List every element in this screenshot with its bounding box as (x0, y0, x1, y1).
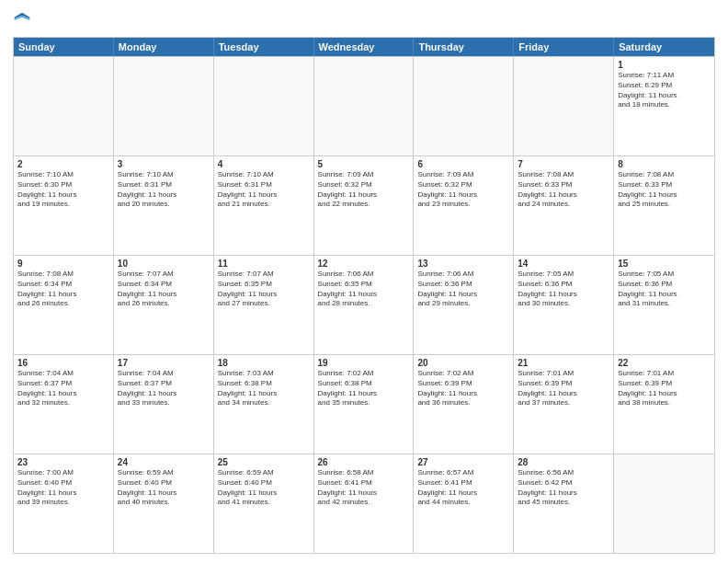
day-number: 8 (618, 159, 711, 169)
day-number: 18 (218, 358, 310, 368)
day-number: 19 (318, 358, 410, 368)
cal-cell-r1c2: 4Sunrise: 7:10 AM Sunset: 6:31 PM Daylig… (214, 156, 314, 255)
cal-cell-r1c6: 8Sunrise: 7:08 AM Sunset: 6:33 PM Daylig… (614, 156, 714, 255)
cal-header-tuesday: Tuesday (214, 38, 314, 56)
cal-cell-r3c3: 19Sunrise: 7:02 AM Sunset: 6:38 PM Dayli… (314, 355, 415, 454)
day-info: Sunrise: 6:59 AM Sunset: 6:40 PM Dayligh… (218, 468, 310, 508)
day-number: 3 (118, 159, 210, 169)
cal-cell-r2c6: 15Sunrise: 7:05 AM Sunset: 6:36 PM Dayli… (614, 256, 714, 354)
day-info: Sunrise: 7:00 AM Sunset: 6:40 PM Dayligh… (17, 468, 109, 508)
cal-cell-r3c2: 18Sunrise: 7:03 AM Sunset: 6:38 PM Dayli… (214, 355, 314, 454)
cal-cell-r3c4: 20Sunrise: 7:02 AM Sunset: 6:39 PM Dayli… (414, 355, 514, 454)
header (13, 9, 715, 29)
cal-row-3: 16Sunrise: 7:04 AM Sunset: 6:37 PM Dayli… (14, 354, 714, 454)
cal-cell-r1c5: 7Sunrise: 7:08 AM Sunset: 6:33 PM Daylig… (514, 156, 614, 255)
day-info: Sunrise: 7:08 AM Sunset: 6:34 PM Dayligh… (17, 270, 109, 309)
cal-header-wednesday: Wednesday (314, 38, 415, 56)
day-number: 13 (417, 259, 509, 269)
day-info: Sunrise: 7:07 AM Sunset: 6:35 PM Dayligh… (218, 270, 310, 309)
day-number: 10 (118, 259, 210, 269)
cal-cell-r0c0 (14, 57, 114, 155)
cal-cell-r4c1: 24Sunrise: 6:59 AM Sunset: 6:40 PM Dayli… (114, 454, 214, 553)
day-info: Sunrise: 7:06 AM Sunset: 6:35 PM Dayligh… (318, 270, 410, 309)
day-number: 17 (118, 358, 210, 368)
day-number: 5 (318, 159, 410, 169)
day-number: 11 (218, 259, 310, 269)
day-number: 27 (417, 457, 509, 467)
day-info: Sunrise: 7:06 AM Sunset: 6:36 PM Dayligh… (417, 270, 509, 309)
day-info: Sunrise: 7:08 AM Sunset: 6:33 PM Dayligh… (518, 170, 609, 210)
cal-cell-r0c5 (514, 57, 614, 155)
day-info: Sunrise: 7:07 AM Sunset: 6:34 PM Dayligh… (118, 270, 210, 309)
day-number: 12 (318, 259, 410, 269)
day-info: Sunrise: 7:04 AM Sunset: 6:37 PM Dayligh… (118, 369, 210, 408)
calendar: SundayMondayTuesdayWednesdayThursdayFrid… (13, 37, 715, 554)
day-number: 7 (518, 159, 609, 169)
cal-cell-r2c0: 9Sunrise: 7:08 AM Sunset: 6:34 PM Daylig… (14, 256, 114, 354)
day-info: Sunrise: 6:57 AM Sunset: 6:41 PM Dayligh… (417, 468, 509, 508)
day-number: 26 (318, 457, 410, 467)
cal-header-sunday: Sunday (14, 38, 114, 56)
day-number: 25 (218, 457, 310, 467)
cal-header-monday: Monday (114, 38, 214, 56)
cal-cell-r3c0: 16Sunrise: 7:04 AM Sunset: 6:37 PM Dayli… (14, 355, 114, 454)
day-number: 14 (518, 259, 609, 269)
cal-cell-r0c3 (314, 57, 415, 155)
cal-cell-r2c3: 12Sunrise: 7:06 AM Sunset: 6:35 PM Dayli… (314, 256, 415, 354)
day-number: 24 (118, 457, 210, 467)
day-info: Sunrise: 7:09 AM Sunset: 6:32 PM Dayligh… (417, 170, 509, 210)
day-info: Sunrise: 7:05 AM Sunset: 6:36 PM Dayligh… (518, 270, 609, 309)
calendar-header-row: SundayMondayTuesdayWednesdayThursdayFrid… (14, 38, 714, 56)
cal-cell-r0c2 (214, 57, 314, 155)
cal-cell-r1c4: 6Sunrise: 7:09 AM Sunset: 6:32 PM Daylig… (414, 156, 514, 255)
cal-cell-r1c0: 2Sunrise: 7:10 AM Sunset: 6:30 PM Daylig… (14, 156, 114, 255)
day-number: 4 (218, 159, 310, 169)
cal-cell-r2c5: 14Sunrise: 7:05 AM Sunset: 6:36 PM Dayli… (514, 256, 614, 354)
cal-cell-r1c1: 3Sunrise: 7:10 AM Sunset: 6:31 PM Daylig… (114, 156, 214, 255)
day-info: Sunrise: 7:09 AM Sunset: 6:32 PM Dayligh… (318, 170, 410, 210)
cal-cell-r3c5: 21Sunrise: 7:01 AM Sunset: 6:39 PM Dayli… (514, 355, 614, 454)
page: SundayMondayTuesdayWednesdayThursdayFrid… (0, 0, 728, 563)
day-info: Sunrise: 7:04 AM Sunset: 6:37 PM Dayligh… (17, 369, 109, 408)
cal-cell-r2c4: 13Sunrise: 7:06 AM Sunset: 6:36 PM Dayli… (414, 256, 514, 354)
cal-cell-r3c1: 17Sunrise: 7:04 AM Sunset: 6:37 PM Dayli… (114, 355, 214, 454)
day-info: Sunrise: 7:02 AM Sunset: 6:39 PM Dayligh… (417, 369, 509, 408)
cal-header-saturday: Saturday (614, 38, 714, 56)
calendar-body: 1Sunrise: 7:11 AM Sunset: 6:29 PM Daylig… (14, 56, 714, 553)
day-info: Sunrise: 7:05 AM Sunset: 6:36 PM Dayligh… (618, 270, 711, 309)
day-number: 15 (618, 259, 711, 269)
day-number: 23 (17, 457, 109, 467)
day-info: Sunrise: 7:08 AM Sunset: 6:33 PM Dayligh… (618, 170, 711, 210)
day-info: Sunrise: 6:56 AM Sunset: 6:42 PM Dayligh… (518, 468, 609, 508)
cal-cell-r4c3: 26Sunrise: 6:58 AM Sunset: 6:41 PM Dayli… (314, 454, 415, 553)
cal-row-2: 9Sunrise: 7:08 AM Sunset: 6:34 PM Daylig… (14, 255, 714, 354)
day-info: Sunrise: 7:10 AM Sunset: 6:30 PM Dayligh… (17, 170, 109, 210)
cal-cell-r2c2: 11Sunrise: 7:07 AM Sunset: 6:35 PM Dayli… (214, 256, 314, 354)
day-number: 20 (417, 358, 509, 368)
logo (13, 9, 34, 29)
logo-icon (13, 11, 31, 29)
day-info: Sunrise: 7:10 AM Sunset: 6:31 PM Dayligh… (118, 170, 210, 210)
cal-row-4: 23Sunrise: 7:00 AM Sunset: 6:40 PM Dayli… (14, 454, 714, 553)
day-info: Sunrise: 7:11 AM Sunset: 6:29 PM Dayligh… (618, 71, 711, 110)
day-number: 6 (417, 159, 509, 169)
cal-cell-r4c0: 23Sunrise: 7:00 AM Sunset: 6:40 PM Dayli… (14, 454, 114, 553)
day-info: Sunrise: 7:01 AM Sunset: 6:39 PM Dayligh… (518, 369, 609, 408)
cal-cell-r4c2: 25Sunrise: 6:59 AM Sunset: 6:40 PM Dayli… (214, 454, 314, 553)
cal-cell-r3c6: 22Sunrise: 7:01 AM Sunset: 6:39 PM Dayli… (614, 355, 714, 454)
cal-cell-r2c1: 10Sunrise: 7:07 AM Sunset: 6:34 PM Dayli… (114, 256, 214, 354)
day-number: 2 (17, 159, 109, 169)
cal-row-1: 2Sunrise: 7:10 AM Sunset: 6:30 PM Daylig… (14, 155, 714, 255)
cal-cell-r4c5: 28Sunrise: 6:56 AM Sunset: 6:42 PM Dayli… (514, 454, 614, 553)
cal-cell-r0c6: 1Sunrise: 7:11 AM Sunset: 6:29 PM Daylig… (614, 57, 714, 155)
cal-cell-r0c1 (114, 57, 214, 155)
day-number: 22 (618, 358, 711, 368)
day-number: 16 (17, 358, 109, 368)
day-number: 1 (618, 60, 711, 70)
day-info: Sunrise: 7:02 AM Sunset: 6:38 PM Dayligh… (318, 369, 410, 408)
day-info: Sunrise: 6:59 AM Sunset: 6:40 PM Dayligh… (118, 468, 210, 508)
day-info: Sunrise: 7:03 AM Sunset: 6:38 PM Dayligh… (218, 369, 310, 408)
day-number: 21 (518, 358, 609, 368)
day-number: 28 (518, 457, 609, 467)
cal-header-thursday: Thursday (414, 38, 514, 56)
